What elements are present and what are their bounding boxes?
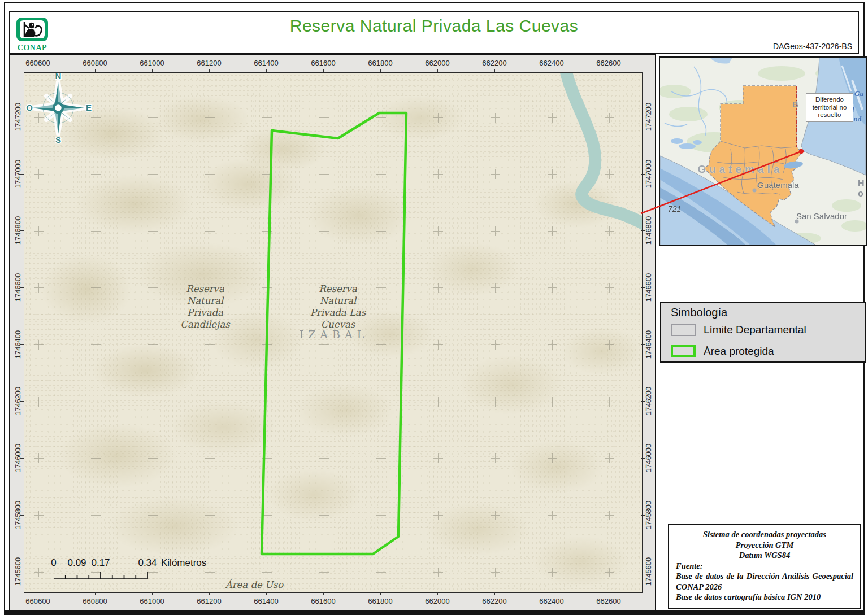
axis-label-y-right: 1746600 xyxy=(644,273,653,302)
text-line: Natural xyxy=(310,295,366,307)
text-line: Sistema de coordenadas proyectadas xyxy=(676,529,853,540)
projection-info: Sistema de coordenadas proyectadasProyec… xyxy=(676,529,853,561)
department-boundary-swatch xyxy=(671,324,696,336)
text-line: Datum WGS84 xyxy=(676,550,853,561)
conap-logo-text: CONAP xyxy=(15,44,49,52)
scale-bar: 00.090.170.34 Kilómetros xyxy=(36,557,239,591)
legend-item-label: Área protegida xyxy=(704,345,774,357)
legend-item: Límite Departamental xyxy=(671,322,806,338)
axis-tick xyxy=(641,458,645,459)
axis-tick xyxy=(437,69,438,72)
axis-tick xyxy=(38,69,38,72)
legend: Simbología Límite DepartamentalÁrea prot… xyxy=(660,302,866,363)
axis-label-x-top: 660800 xyxy=(83,59,107,67)
axis-tick xyxy=(609,69,609,72)
axis-label-x-bottom: 662200 xyxy=(482,597,506,605)
axis-tick xyxy=(641,117,645,117)
axis-tick xyxy=(266,592,267,595)
text-line: Reserva xyxy=(310,283,366,295)
scale-label: 0.34 xyxy=(138,557,157,569)
text-line: Candilejas xyxy=(180,319,229,330)
axis-label-x-top: 661600 xyxy=(311,59,335,67)
header-bar: CONAP Reserva Natural Privada Las Cuevas… xyxy=(9,11,859,54)
axis-tick xyxy=(323,69,324,72)
axis-tick xyxy=(20,401,24,402)
axis-tick xyxy=(641,287,645,288)
river xyxy=(566,73,642,225)
protected-area-swatch xyxy=(671,345,696,357)
axis-tick xyxy=(323,592,324,595)
axis-tick xyxy=(494,592,495,595)
legend-title: Simbología xyxy=(671,306,727,319)
legend-item: Área protegida xyxy=(671,343,774,359)
axis-label-x-top: 661000 xyxy=(140,59,164,67)
axis-tick xyxy=(641,401,645,402)
text-line: Reserva xyxy=(180,283,229,295)
capital-label-guatemala: Guatemala xyxy=(757,180,798,190)
axis-tick xyxy=(20,458,24,459)
axis-tick xyxy=(209,69,210,72)
text-line: Natural xyxy=(180,295,229,307)
conap-logo: CONAP xyxy=(15,17,49,51)
axis-label-x-bottom: 662600 xyxy=(596,597,620,605)
axis-tick xyxy=(494,69,495,72)
axis-label-y-right: 1746400 xyxy=(644,330,653,359)
axis-label-x-bottom: 661200 xyxy=(197,597,221,605)
axis-label-x-bottom: 661600 xyxy=(311,597,335,605)
axis-label-y-right: 1747000 xyxy=(644,159,653,188)
axis-label-x-top: 662000 xyxy=(425,59,449,67)
axis-tick xyxy=(95,592,96,595)
axis-label-x-top: 661400 xyxy=(254,59,278,67)
axis-label-y-right: 1746000 xyxy=(644,444,653,473)
axis-label-y-right: 1746800 xyxy=(644,216,653,245)
axis-tick xyxy=(380,592,381,595)
axis-tick xyxy=(38,592,38,595)
axis-tick xyxy=(20,572,24,572)
axis-label-x-bottom: 661000 xyxy=(140,597,164,605)
axis-tick xyxy=(266,69,267,72)
reserve-candilejas-label: ReservaNaturalPrivadaCandilejas xyxy=(180,283,229,330)
axis-tick xyxy=(20,287,24,288)
text-line: Base de datos de la Dirección Análisis G… xyxy=(676,571,853,592)
department-izabal-label: IZABAL xyxy=(300,329,369,341)
axis-tick xyxy=(609,592,609,595)
axis-tick xyxy=(552,592,552,595)
axis-tick xyxy=(209,592,210,595)
gulf-label-fragment: Gu xyxy=(854,89,864,98)
neighbor-country-fragment: H o xyxy=(858,178,867,199)
axis-tick xyxy=(20,230,24,231)
axis-label-x-bottom: 662400 xyxy=(539,597,563,605)
scale-bar-unit: Kilómetros xyxy=(161,557,206,569)
guatemala-city-dot xyxy=(753,189,757,193)
axis-tick xyxy=(641,174,645,175)
axis-label-x-bottom: 661400 xyxy=(254,597,278,605)
axis-tick xyxy=(641,572,645,572)
axis-tick xyxy=(152,592,153,595)
legend-item-label: Límite Departamental xyxy=(704,324,806,336)
axis-label-y-right: 1747200 xyxy=(644,103,653,132)
axis-tick xyxy=(641,344,645,345)
axis-label-x-top: 661800 xyxy=(368,59,392,67)
axis-tick xyxy=(20,117,24,117)
source-label: Fuente: xyxy=(676,561,853,572)
reserve-las-cuevas-label: ReservaNaturalPrivada LasCuevas xyxy=(310,283,366,330)
axis-tick xyxy=(20,174,24,175)
axis-label-x-top: 661200 xyxy=(197,59,221,67)
compass-east-label: E xyxy=(86,103,92,112)
axis-label-x-bottom: 662000 xyxy=(425,597,449,605)
axis-label-x-top: 662200 xyxy=(482,59,506,67)
main-map: N E S O ReservaNaturalPrivadaCandilejas … xyxy=(24,72,643,593)
axis-tick xyxy=(20,344,24,345)
axis-label-x-top: 660600 xyxy=(25,59,50,67)
axis-tick xyxy=(152,69,153,72)
axis-label-x-bottom: 660800 xyxy=(83,597,107,605)
compass-south-label: S xyxy=(55,135,61,144)
page-title: Reserva Natural Privada Las Cuevas xyxy=(290,16,579,36)
scale-label: 0.09 xyxy=(67,557,86,569)
axis-label-x-bottom: 661800 xyxy=(368,597,392,605)
country-label-guatemala: Guatemala xyxy=(697,163,783,176)
source-info-box: Sistema de coordenadas proyectadasProyec… xyxy=(668,524,861,609)
axis-tick xyxy=(552,69,552,72)
axis-tick xyxy=(437,592,438,595)
axis-tick xyxy=(95,69,96,72)
